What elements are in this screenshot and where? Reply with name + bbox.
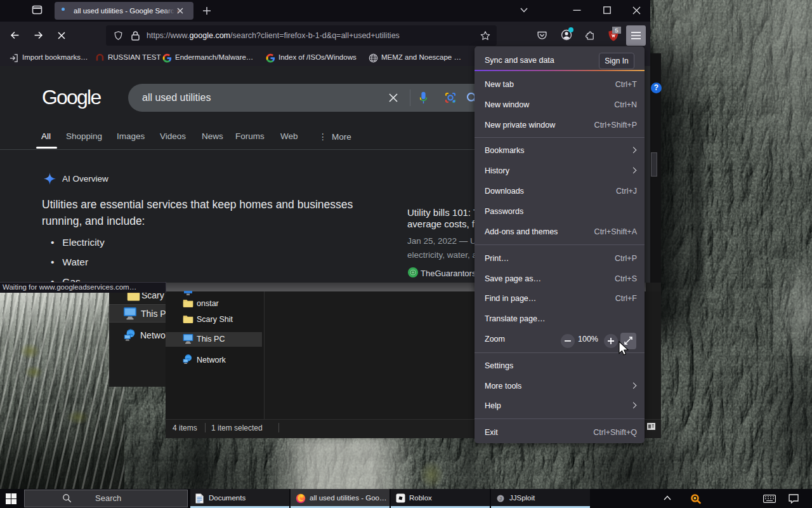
svg-text:J: J bbox=[499, 496, 502, 502]
